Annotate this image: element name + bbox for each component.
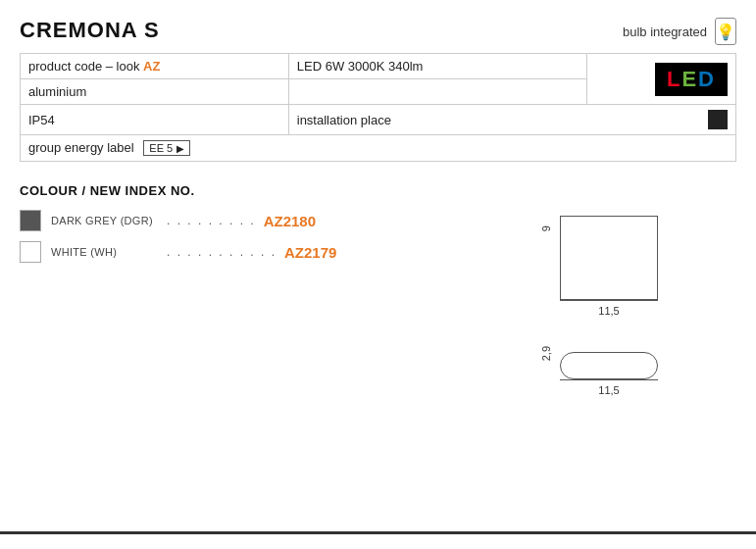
- bulb-integrated-label: bulb integrated: [623, 25, 707, 39]
- colour-title: COLOUR / NEW INDEX NO.: [20, 183, 736, 198]
- material-cell: aluminium: [21, 79, 289, 105]
- led-badge: LED: [655, 63, 728, 96]
- diagram-top-view: 9 11,5: [540, 216, 736, 317]
- product-code-az: AZ: [143, 59, 160, 74]
- colour-swatch-dark: [20, 210, 41, 231]
- bulb-integrated-row: bulb integrated 💡: [623, 18, 736, 45]
- energy-arrow: ▶: [176, 143, 184, 154]
- installation-cell: installation place: [288, 105, 735, 135]
- energy-cell: group energy label EE 5 ▶: [21, 135, 736, 162]
- bottom-border: [0, 531, 756, 534]
- spec-table: product code – look AZ LED 6W 3000K 340l…: [20, 53, 736, 162]
- colour-code-0: AZ2180: [264, 213, 316, 229]
- table-row-product-code: product code – look AZ LED 6W 3000K 340l…: [21, 54, 736, 79]
- material-right-cell: [288, 79, 586, 105]
- dim-h-label-side: 11,5: [598, 384, 619, 396]
- colour-name-1: WHITE (WH): [51, 246, 159, 258]
- product-code-label: product code – look: [28, 59, 139, 74]
- colour-dots-0: . . . . . . . . .: [167, 214, 256, 227]
- bulb-icon: 💡: [715, 18, 736, 45]
- energy-badge: EE 5 ▶: [143, 140, 190, 156]
- colour-name-0: DARK GREY (DGR): [51, 215, 159, 226]
- colour-dots-1: . . . . . . . . . . .: [167, 245, 277, 259]
- ip-cell: IP54: [21, 105, 289, 135]
- side-view-shape: [560, 352, 658, 379]
- dim-h-label-top: 11,5: [598, 305, 619, 317]
- wall-mount-icon: [708, 110, 728, 129]
- diagram-side-view: 2,9 11,5: [540, 346, 736, 396]
- installation-label: installation place: [297, 113, 391, 127]
- energy-class: EE 5: [149, 142, 173, 154]
- led-badge-cell: LED: [586, 54, 735, 105]
- diagram-area: 9 11,5 2,9 11,5: [540, 216, 736, 396]
- dim-line-side: [560, 379, 658, 380]
- table-row-energy: group energy label EE 5 ▶: [21, 135, 736, 162]
- table-row-ip: IP54 installation place: [21, 105, 736, 135]
- colour-code-1: AZ2179: [284, 244, 336, 261]
- dim-v-label-top: 9: [540, 225, 552, 231]
- product-code-cell: product code – look AZ: [21, 54, 289, 79]
- energy-label: group energy label: [28, 140, 134, 155]
- dim-line-top: [560, 300, 658, 301]
- spec-label-cell: LED 6W 3000K 340lm: [288, 54, 586, 79]
- colour-swatch-white: [20, 241, 41, 263]
- top-view-shape: [560, 216, 658, 300]
- dim-v-label-side: 2,9: [540, 346, 552, 361]
